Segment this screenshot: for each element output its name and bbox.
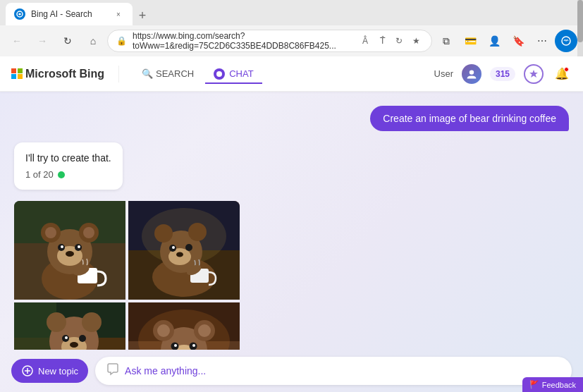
svg-point-3 [470, 70, 474, 74]
svg-point-57 [198, 324, 211, 337]
forward-button[interactable]: → [31, 30, 54, 52]
favorites-icon[interactable]: ★ [409, 34, 423, 48]
notification-dot [564, 67, 569, 72]
user-avatar[interactable] [462, 64, 481, 84]
bear-image-3[interactable] [14, 302, 125, 350]
image-grid-container [14, 201, 240, 350]
svg-point-15 [61, 245, 63, 248]
refresh-addr-icon[interactable]: ↻ [392, 34, 406, 48]
header-right: User 315 🔔 [434, 64, 572, 84]
svg-point-55 [157, 324, 170, 337]
svg-point-2 [216, 71, 222, 77]
chat-nav-icon [214, 68, 225, 80]
points-badge[interactable]: 315 [490, 67, 515, 81]
svg-point-61 [174, 344, 177, 347]
feedback-label: Feedback [542, 381, 576, 389]
app-content: Microsoft Bing 🔍 SEARCH CHAT User [0, 56, 583, 392]
search-input[interactable] [125, 365, 560, 376]
chat-input-icon [106, 363, 119, 379]
bing-brand-text: Microsoft Bing [25, 68, 104, 80]
bear-image-4[interactable] [128, 302, 240, 350]
svg-point-9 [45, 227, 56, 238]
tab-favicon [14, 8, 25, 20]
nav-search-label: SEARCH [156, 68, 194, 79]
new-topic-icon [21, 365, 34, 377]
reader-icon[interactable]: Â [358, 34, 372, 48]
new-topic-label: New topic [38, 366, 78, 376]
svg-point-17 [66, 251, 74, 257]
feedback-button[interactable]: 🚩 Feedback [522, 377, 583, 392]
bot-message-text: I'll try to create that. [25, 152, 111, 164]
header-nav: 🔍 SEARCH CHAT [133, 64, 262, 84]
nav-divider [118, 66, 119, 82]
address-bar: ← → ↻ ⌂ 🔒 https://www.bing.com/search?to… [0, 25, 583, 56]
address-input[interactable]: 🔒 https://www.bing.com/search?toWww=1&re… [107, 30, 432, 52]
nav-chat-label: CHAT [229, 68, 253, 79]
svg-point-11 [83, 227, 94, 238]
ms-bing-logo: Microsoft Bing [11, 68, 104, 80]
active-tab[interactable]: Bing AI - Search × [6, 3, 133, 25]
back-button[interactable]: ← [6, 30, 28, 52]
ms-logo-blue [11, 74, 16, 79]
address-icons: Â T̂ ↻ ★ [358, 34, 423, 48]
svg-point-16 [78, 245, 80, 248]
microsoft-logo [11, 68, 23, 80]
svg-point-62 [192, 344, 195, 347]
scrollbar-thumb[interactable] [577, 0, 583, 42]
tab-title: Bing AI - Search [31, 9, 107, 19]
home-button[interactable]: ⌂ [82, 30, 104, 52]
svg-point-44 [79, 335, 86, 342]
collections-icon[interactable]: ⧉ [435, 30, 458, 52]
bot-message-card: I'll try to create that. 1 of 20 [14, 142, 123, 190]
tab-bar: Bing AI - Search × + [0, 0, 583, 25]
ms-logo-green [18, 68, 23, 73]
svg-point-41 [82, 312, 102, 332]
svg-point-40 [47, 312, 66, 332]
bear-image-2[interactable] [128, 201, 240, 300]
refresh-button[interactable]: ↻ [56, 30, 79, 52]
svg-point-31 [176, 252, 183, 257]
feedback-icon: 🚩 [529, 380, 539, 389]
svg-point-26 [188, 223, 207, 241]
ms-logo-red [11, 68, 16, 73]
favorites-toolbar-icon[interactable]: 🔖 [507, 30, 529, 52]
bing-copilot-icon[interactable] [555, 30, 577, 52]
svg-point-46 [70, 342, 78, 348]
tab-close-button[interactable]: × [113, 8, 124, 20]
image-grid [14, 201, 240, 350]
svg-point-30 [172, 246, 175, 249]
green-dot-icon [58, 171, 65, 178]
url-display: https://www.bing.com/search?toWww=1&redi… [133, 31, 352, 51]
svg-point-29 [185, 244, 192, 251]
user-message: Create an image of bear drinking coffee [370, 106, 569, 131]
nav-search[interactable]: 🔍 SEARCH [133, 64, 202, 84]
counter-text: 1 of 20 [25, 169, 54, 180]
nav-chat[interactable]: CHAT [205, 64, 262, 84]
new-topic-button[interactable]: New topic [11, 359, 88, 383]
search-nav-icon: 🔍 [142, 68, 153, 79]
wallet-icon[interactable]: 💳 [459, 30, 481, 52]
translate-icon[interactable]: T̂ [375, 34, 389, 48]
ms-logo-yellow [18, 74, 23, 79]
more-tools-icon[interactable]: ⋯ [531, 30, 553, 52]
lock-icon: 🔒 [116, 36, 127, 46]
user-message-bubble: Create an image of bear drinking coffee [370, 106, 569, 131]
bot-message-counter: 1 of 20 [25, 169, 111, 180]
profile-icon[interactable]: 👤 [483, 30, 505, 52]
toolbar-icons: ⧉ 💳 👤 🔖 ⋯ [435, 30, 577, 52]
notification-icon[interactable]: 🔔 [552, 64, 572, 84]
svg-point-25 [154, 224, 173, 243]
new-tab-button[interactable]: + [133, 6, 152, 25]
svg-point-45 [65, 336, 68, 339]
user-label: User [434, 68, 453, 79]
bear-image-1[interactable] [14, 201, 125, 300]
search-input-wrap[interactable] [95, 357, 572, 385]
rewards-icon[interactable] [524, 64, 544, 84]
bing-header: Microsoft Bing 🔍 SEARCH CHAT User [0, 56, 583, 92]
bot-message: I'll try to create that. 1 of 20 [14, 142, 123, 190]
chat-area: Create an image of bear drinking coffee … [0, 92, 583, 350]
input-bar: New topic [0, 350, 583, 392]
